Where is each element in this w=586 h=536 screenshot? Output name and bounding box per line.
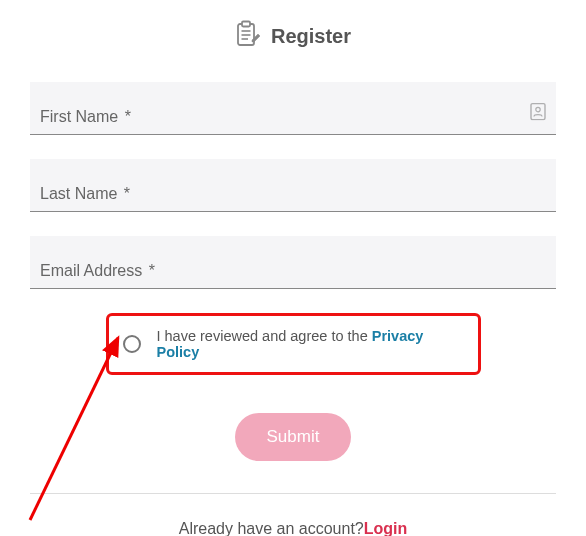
login-link[interactable]: Login	[364, 520, 408, 536]
required-mark: *	[149, 262, 155, 279]
clipboard-edit-icon	[235, 20, 261, 52]
consent-prefix: I have reviewed and agree to the	[157, 328, 372, 344]
required-mark: *	[125, 108, 131, 125]
email-field[interactable]: Email Address *	[30, 236, 556, 289]
svg-rect-1	[242, 22, 250, 27]
required-mark: *	[124, 185, 130, 202]
email-label: Email Address	[40, 262, 142, 279]
page-header: Register	[30, 20, 556, 52]
svg-point-6	[536, 107, 540, 111]
first-name-field[interactable]: First Name *	[30, 82, 556, 135]
page-title: Register	[271, 25, 351, 48]
last-name-label: Last Name	[40, 185, 117, 202]
consent-row: I have reviewed and agree to the Privacy…	[106, 313, 481, 375]
consent-text: I have reviewed and agree to the Privacy…	[157, 328, 464, 360]
footer-prompt: Already have an account?	[179, 520, 364, 536]
divider	[30, 493, 556, 494]
first-name-label: First Name	[40, 108, 118, 125]
submit-button[interactable]: Submit	[235, 413, 352, 461]
contact-card-icon	[530, 103, 546, 121]
consent-radio[interactable]	[123, 335, 141, 353]
last-name-field[interactable]: Last Name *	[30, 159, 556, 212]
footer: Already have an account?Login	[30, 520, 556, 536]
